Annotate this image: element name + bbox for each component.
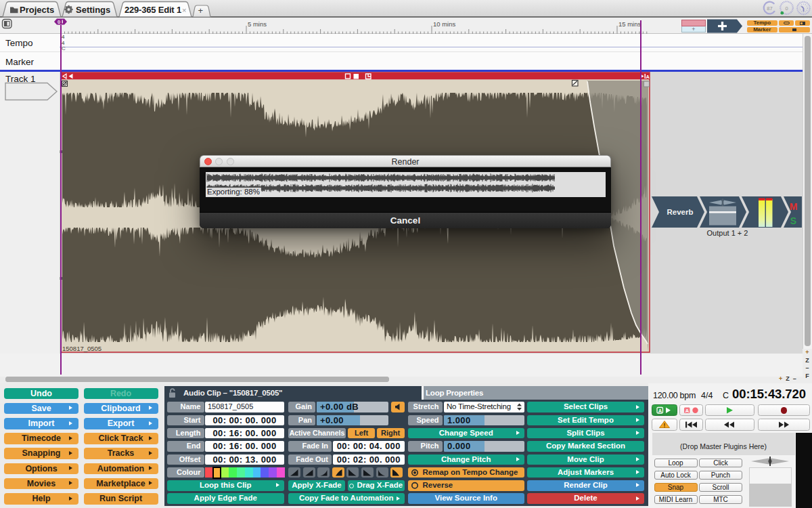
svg-text:+: +: [198, 5, 204, 16]
svg-text:0: 0: [58, 19, 60, 25]
svg-text:Settings: Settings: [76, 5, 110, 15]
svg-text:15 mins: 15 mins: [618, 20, 641, 28]
svg-text:229-365 Edit 1: 229-365 Edit 1: [125, 5, 181, 15]
svg-text:5 mins: 5 mins: [248, 20, 267, 28]
svg-text:0: 0: [785, 5, 788, 12]
svg-text:A: A: [658, 407, 662, 413]
svg-text:A: A: [685, 407, 690, 413]
svg-text:M: M: [790, 201, 798, 212]
svg-text:S: S: [790, 215, 796, 226]
svg-text:Output 1 + 2: Output 1 + 2: [707, 229, 748, 237]
svg-text:×: ×: [182, 6, 186, 14]
svg-text:Projects: Projects: [20, 5, 54, 15]
svg-text:10 mins: 10 mins: [433, 20, 456, 28]
svg-text:87: 87: [767, 5, 772, 12]
svg-text:Reverb: Reverb: [667, 208, 694, 216]
svg-text:A: A: [646, 74, 650, 80]
svg-text:150817_0505: 150817_0505: [62, 345, 102, 352]
